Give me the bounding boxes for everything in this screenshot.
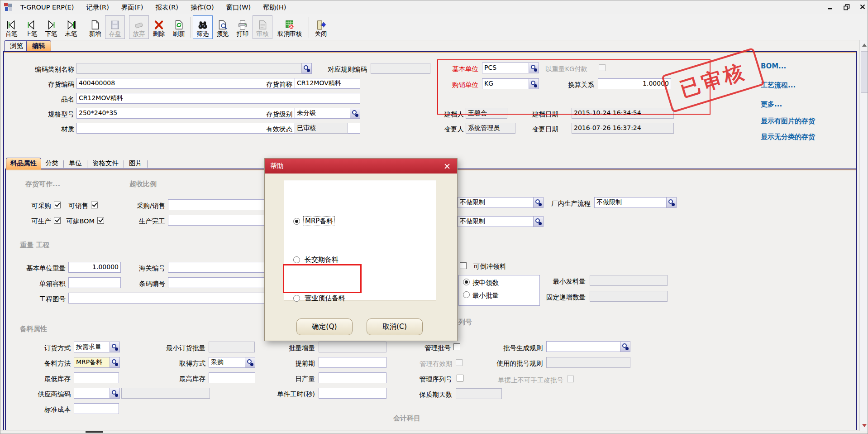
lookup-button[interactable] [245,357,255,368]
item-level-field[interactable]: 未分级 [295,108,360,119]
sales-forecast-radio[interactable] [293,295,300,302]
order-mode-value[interactable]: 按需求量 [74,342,110,352]
supplier-code-field[interactable] [74,388,120,399]
delete-button[interactable]: 删除 [149,15,169,39]
barcode-field[interactable] [168,277,276,288]
new-button[interactable]: 新增 [85,15,105,39]
lookup-button[interactable] [110,357,120,368]
lead-time-field[interactable] [319,357,386,368]
menu-app[interactable]: T-GROUP ERP(E) [20,4,74,11]
close-form-button[interactable]: 关闭 [311,15,331,39]
subtab-item-attributes[interactable]: 料品属性 [6,158,41,169]
link-show-unclassified[interactable]: 显示无分类的存货 [761,133,815,141]
lookup-button[interactable] [534,216,544,227]
print-button[interactable]: 打印 [233,15,253,39]
vertical-scrollbar[interactable] [859,40,868,431]
limit1-value[interactable]: 不做限制 [458,197,534,208]
restore-button[interactable] [841,2,851,11]
mrp-prepare-option[interactable]: MRP备料 [304,217,334,226]
mrp-prepare-radio[interactable] [293,218,300,225]
lookup-button[interactable] [529,63,539,73]
last-record-button[interactable]: 末笔 [61,15,81,39]
help-dialog-close-button[interactable] [443,162,452,171]
producible-checkbox[interactable] [54,217,61,224]
purchasable-checkbox[interactable] [54,202,61,208]
scroll-down-button[interactable] [860,421,868,430]
subtab-image[interactable]: 图片 [125,158,146,169]
base-unit-value[interactable]: PCS [482,63,529,73]
manage-batch-checkbox[interactable] [453,343,460,350]
next-record-button[interactable]: 下笔 [41,15,61,39]
lookup-button[interactable] [350,108,360,119]
menu-help[interactable]: 帮助(H) [263,3,286,12]
menu-report[interactable]: 报表(R) [155,3,178,12]
customs-code-field[interactable] [168,262,276,273]
acquire-mode-value[interactable]: 采购 [209,357,245,368]
subtab-category[interactable]: 分类 [41,158,62,169]
base-unit-weight-field[interactable]: 1.00000 [68,262,121,273]
prepare-method-field[interactable]: MRP备料 [74,357,120,368]
drawing-no-field[interactable] [68,293,265,304]
subtab-qualification[interactable]: 资格文件 [88,158,123,169]
max-stock-field[interactable] [209,372,255,383]
ok-button[interactable]: 确定(Q) [296,318,353,335]
batch-rule-value[interactable] [546,341,620,352]
order-mode-field[interactable]: 按需求量 [74,342,120,352]
supplier-code-value[interactable] [74,388,110,399]
menu-window[interactable]: 窗口(W) [226,3,251,12]
first-record-button[interactable]: 首笔 [1,15,21,39]
batch-rule-field[interactable] [546,341,630,352]
manage-serial-checkbox[interactable] [457,375,463,381]
scroll-up-button[interactable] [860,40,868,49]
long-leadtime-radio[interactable] [293,256,300,263]
item-level-value[interactable]: 未分级 [295,108,350,119]
sales-forecast-option[interactable]: 营业预估备料 [305,294,345,303]
limit2-field[interactable]: 不做限制 [458,216,544,227]
link-process-flow[interactable]: 工艺流程... [761,81,796,90]
code-category-field[interactable] [76,63,312,74]
link-bom[interactable]: BOM... [761,62,786,70]
sellable-checkbox[interactable] [91,202,98,208]
menu-operation[interactable]: 操作(O) [191,3,214,12]
prod-finish-ratio-field[interactable] [168,215,276,226]
minimize-button[interactable] [825,2,835,11]
lookup-button[interactable] [620,341,630,352]
purchase-sale-ratio-field[interactable] [168,199,276,210]
refresh-button[interactable]: 刷新 [169,15,189,39]
link-more[interactable]: 更多... [761,100,782,109]
tab-edit[interactable]: 编辑 [26,40,51,51]
code-category-value[interactable] [76,63,302,74]
item-short-name-field[interactable]: CR12MOV精料 [295,78,360,89]
by-request-radio[interactable] [463,279,470,285]
prepare-method-value[interactable]: MRP备料 [74,357,110,368]
trade-unit-value[interactable]: KG [482,78,529,89]
preview-button[interactable]: 预览 [213,15,233,39]
limit1-field[interactable]: 不做限制 [458,197,544,208]
close-button[interactable] [858,2,868,11]
cancel-audit-button[interactable]: 取消审核 [272,15,307,39]
backflush-checkbox[interactable] [460,262,467,269]
lookup-button[interactable] [110,388,120,399]
limit2-value[interactable]: 不做限制 [458,216,534,227]
factory-flow-field[interactable]: 不做限制 [594,197,677,208]
subtab-unit[interactable]: 单位 [65,158,86,169]
link-show-with-images[interactable]: 显示有图片的存货 [761,117,815,125]
lookup-button[interactable] [667,197,677,208]
long-leadtime-option[interactable]: 长交期备料 [305,255,339,264]
filter-button[interactable]: 筛选 [193,15,213,39]
acquire-mode-field[interactable]: 采购 [209,357,255,368]
can-build-bom-checkbox[interactable] [97,217,104,224]
prev-record-button[interactable]: 上笔 [21,15,41,39]
lookup-button[interactable] [534,197,544,208]
conversion-field[interactable]: 1.00000 [598,78,671,89]
base-unit-field[interactable]: PCS [482,63,539,73]
min-stock-field[interactable] [74,372,119,383]
lookup-button[interactable] [529,78,539,89]
cancel-button[interactable]: 取消(C) [367,318,423,335]
factory-flow-value[interactable]: 不做限制 [594,197,667,208]
menu-interface[interactable]: 界面(F) [121,3,143,12]
menu-record[interactable]: 记录(R) [86,3,109,12]
tab-browse[interactable]: 浏览 [4,40,29,51]
lookup-button[interactable] [302,63,312,74]
min-batch-radio[interactable] [463,291,470,298]
